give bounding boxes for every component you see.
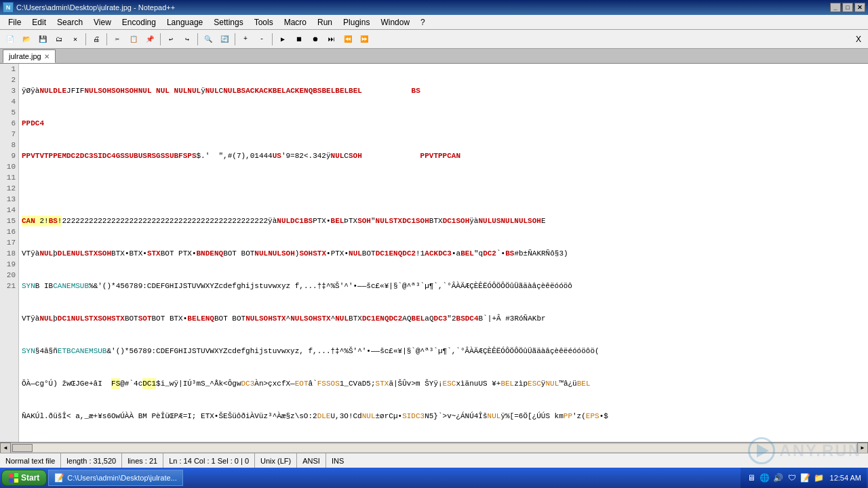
zoom-in-button[interactable]: + [238, 32, 253, 47]
editor: 1 2 3 4 5 6 7 8 9 10 11 12 13 14 15 16 1… [0, 64, 868, 442]
code-line-2: PP DC4 [22, 118, 865, 129]
menu-tools[interactable]: Tools [249, 15, 279, 29]
taskbar: Start 📝 C:\Users\admin\Desktop\julrate..… [0, 468, 868, 488]
menu-plugins[interactable]: Plugins [338, 15, 375, 29]
line-num-4: 4 [3, 96, 16, 107]
scroll-thumb[interactable] [12, 444, 33, 452]
position-status: Ln : 14 Col : 1 Sel : 0 | 0 [163, 453, 255, 468]
menu-bar: File Edit Search View Encoding Language … [0, 15, 868, 30]
line-num-10: 10 [3, 161, 16, 172]
title-bar-left: N C:\Users\admin\Desktop\julrate.jpg - N… [3, 2, 175, 13]
watermark: ANY.RUN [748, 437, 861, 464]
play-icon [757, 444, 769, 458]
maximize-button[interactable]: □ [842, 3, 853, 12]
macro-btn[interactable]: ▶ [275, 32, 290, 47]
open-button[interactable]: 📂 [19, 32, 34, 47]
close-button[interactable]: ✕ [854, 3, 865, 12]
taskbar-tray: 🖥 🌐 🔊 🛡 📝 📁 12:54 AM [741, 468, 867, 488]
save-all-button[interactable]: 🗂 [52, 32, 66, 47]
menu-window[interactable]: Window [375, 15, 415, 29]
tray-icon-notepad: 📝 [800, 472, 811, 483]
menu-macro[interactable]: Macro [279, 15, 312, 29]
title-bar-controls: _ □ ✕ [830, 3, 865, 12]
tab-close-button[interactable]: ✕ [44, 53, 50, 60]
insert-mode-status: INS [326, 453, 349, 468]
code-line-11: ÑAKÚl.ðüšÎ< a,_æ+¥s6OwÚÀÀ BM PèÎüŒPÆ=I; … [22, 411, 865, 422]
find-button[interactable]: 🔍 [201, 32, 216, 47]
tab-julrate[interactable]: julrate.jpg ✕ [3, 49, 56, 63]
code-line-6: VTÿàNUL þ DLE NUL STX SOH BTX•BTX•STX BO… [22, 248, 865, 259]
menu-settings[interactable]: Settings [208, 15, 248, 29]
menu-language[interactable]: Language [161, 15, 208, 29]
position-text: Ln : 14 Col : 1 Sel : 0 | 0 [169, 457, 249, 465]
tray-icon-volume: 🔊 [773, 472, 784, 483]
minimize-button[interactable]: _ [830, 3, 841, 12]
new-button[interactable]: 📄 [3, 32, 18, 47]
line-num-12: 12 [3, 183, 16, 194]
code-line-8: VTÿàNUL þ DC1 NUL STX SOH STX BOT SOT BO… [22, 313, 865, 324]
menu-view[interactable]: View [88, 15, 117, 29]
horizontal-scrollbar[interactable]: ◀ ▶ [0, 442, 868, 453]
macro-btn6[interactable]: ⏩ [357, 32, 372, 47]
start-button[interactable]: Start [1, 470, 47, 486]
tab-label: julrate.jpg [9, 52, 41, 60]
lines-status: lines : 21 [122, 453, 163, 468]
save-button[interactable]: 💾 [35, 32, 50, 47]
menu-edit[interactable]: Edit [26, 15, 52, 29]
toolbar-sep-5 [235, 33, 235, 45]
toolbar: 📄 📂 💾 🗂 ✕ 🖨 ✂ 📋 📌 ↩ ↪ 🔍 🔄 + - ▶ ⏹ ⏺ ⏭ ⏪ … [0, 30, 868, 49]
menu-encoding[interactable]: Encoding [117, 15, 161, 29]
line-num-2: 2 [3, 75, 16, 85]
title-bar-text: C:\Users\admin\Desktop\julrate.jpg - Not… [16, 3, 175, 12]
replace-button[interactable]: 🔄 [217, 32, 232, 47]
redo-button[interactable]: ↪ [180, 32, 195, 47]
menu-run[interactable]: Run [312, 15, 338, 29]
scroll-track[interactable] [12, 444, 856, 452]
code-line-5: CAN 2!BS!2222222222222222222222222222222… [22, 216, 865, 226]
start-label: Start [21, 473, 39, 483]
code-line-9: SYN§4â§ñETB CAN EM SUB &'()*56789:CDEFGH… [22, 346, 865, 357]
undo-button[interactable]: ↩ [163, 32, 178, 47]
length-text: length : 31,520 [66, 457, 116, 465]
encoding-text: ANSI [302, 457, 320, 465]
svg-rect-2 [9, 479, 13, 483]
copy-button[interactable]: 📋 [126, 32, 141, 47]
toolbar-sep-4 [197, 33, 198, 45]
svg-rect-0 [9, 473, 13, 477]
taskbar-notepad-item[interactable]: 📝 C:\Users\admin\Desktop\julrate... [48, 470, 182, 486]
line-num-20: 20 [3, 270, 16, 281]
macro-btn3[interactable]: ⏺ [308, 32, 323, 47]
tab-bar: julrate.jpg ✕ [0, 49, 868, 64]
cut-button[interactable]: ✂ [110, 32, 125, 47]
line-num-9: 9 [3, 150, 16, 161]
title-bar: N C:\Users\admin\Desktop\julrate.jpg - N… [0, 0, 868, 15]
line-num-15: 15 [3, 216, 16, 226]
paste-button[interactable]: 📌 [142, 32, 157, 47]
encoding-status: ANSI [297, 453, 326, 468]
code-line-3: PP VT VT PP EM DC2 DC3 SI DC4 GS SUB US … [22, 150, 865, 161]
scroll-left-button[interactable]: ◀ [0, 443, 11, 453]
macro-btn2[interactable]: ⏹ [292, 32, 307, 47]
toolbar-sep-3 [160, 33, 161, 45]
line-ending-text: Unix (LF) [260, 457, 291, 465]
code-area[interactable]: ÿØÿàNUL DLE JFIF NUL SOH SOH SOH NUL NUL… [19, 64, 868, 442]
tray-icon-monitor: 🖥 [746, 472, 757, 483]
taskbar-item-icon: 📝 [54, 473, 64, 483]
code-line-1: ÿØÿàNUL DLE JFIF NUL SOH SOH SOH NUL NUL… [22, 85, 865, 96]
macro-btn4[interactable]: ⏭ [324, 32, 339, 47]
menu-search[interactable]: Search [52, 15, 88, 29]
menu-file[interactable]: File [3, 15, 26, 29]
zoom-out-button[interactable]: - [254, 32, 269, 47]
length-status: length : 31,520 [61, 453, 122, 468]
toolbar-close-x[interactable]: X [852, 33, 865, 45]
menu-help[interactable]: ? [415, 15, 431, 29]
macro-btn5[interactable]: ⏪ [340, 32, 355, 47]
lines-text: lines : 21 [127, 457, 157, 465]
line-num-8: 8 [3, 140, 16, 150]
line-num-14: 14 [3, 205, 16, 216]
app-icon: N [3, 2, 14, 13]
close-button2[interactable]: ✕ [68, 32, 83, 47]
tray-icon-network: 🌐 [760, 472, 770, 483]
print-button[interactable]: 🖨 [89, 32, 104, 47]
svg-rect-1 [14, 473, 18, 477]
